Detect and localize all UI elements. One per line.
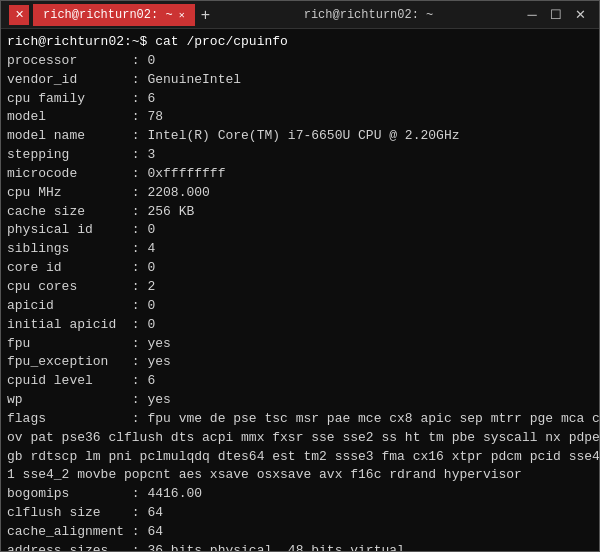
terminal-line: processor : 0 (7, 52, 593, 71)
active-tab[interactable]: rich@richturn02: ~ ✕ (33, 4, 195, 26)
terminal-line: cache_alignment : 64 (7, 523, 593, 542)
terminal-line: bogomips : 4416.00 (7, 485, 593, 504)
maximize-button[interactable]: ☐ (545, 5, 567, 25)
terminal-line: fpu_exception : yes (7, 353, 593, 372)
terminal-line: gb rdtscp lm pni pclmulqdq dtes64 est tm… (7, 448, 593, 467)
terminal-line: cache size : 256 KB (7, 203, 593, 222)
terminal-output[interactable]: rich@richturn02:~$ cat /proc/cpuinfoproc… (1, 29, 599, 551)
terminal-line: initial apicid : 0 (7, 316, 593, 335)
terminal-line: physical id : 0 (7, 221, 593, 240)
terminal-line: stepping : 3 (7, 146, 593, 165)
terminal-line: fpu : yes (7, 335, 593, 354)
terminal-line: core id : 0 (7, 259, 593, 278)
terminal-line: vendor_id : GenuineIntel (7, 71, 593, 90)
titlebar-buttons: ✕ (9, 5, 29, 25)
minimize-button[interactable]: ─ (521, 5, 543, 25)
tab-area: rich@richturn02: ~ ✕ + (33, 4, 216, 26)
terminal-line: cpu cores : 2 (7, 278, 593, 297)
terminal-line: cpu family : 6 (7, 90, 593, 109)
terminal-line: ov pat pse36 clflush dts acpi mmx fxsr s… (7, 429, 593, 448)
terminal-line: address sizes : 36 bits physical, 48 bit… (7, 542, 593, 551)
terminal-line: clflush size : 64 (7, 504, 593, 523)
terminal-line: model name : Intel(R) Core(TM) i7-6650U … (7, 127, 593, 146)
terminal-line: 1 sse4_2 movbe popcnt aes xsave osxsave … (7, 466, 593, 485)
window-controls: ─ ☐ ✕ (521, 5, 591, 25)
terminal-line: flags : fpu vme de pse tsc msr pae mce c… (7, 410, 593, 429)
window-title: rich@richturn02: ~ (216, 8, 521, 22)
terminal-line: wp : yes (7, 391, 593, 410)
terminal-line: apicid : 0 (7, 297, 593, 316)
tab-close-icon[interactable]: ✕ (179, 9, 185, 21)
close-window-button[interactable]: ✕ (569, 5, 591, 25)
close-tab-button[interactable]: ✕ (9, 5, 29, 25)
terminal-line: model : 78 (7, 108, 593, 127)
terminal-line: microcode : 0xffffffff (7, 165, 593, 184)
new-tab-button[interactable]: + (195, 6, 216, 24)
terminal-line: cpuid level : 6 (7, 372, 593, 391)
terminal-window: ✕ rich@richturn02: ~ ✕ + rich@richturn02… (0, 0, 600, 552)
titlebar: ✕ rich@richturn02: ~ ✕ + rich@richturn02… (1, 1, 599, 29)
terminal-line: cpu MHz : 2208.000 (7, 184, 593, 203)
terminal-line: rich@richturn02:~$ cat /proc/cpuinfo (7, 33, 593, 52)
tab-label: rich@richturn02: ~ (43, 8, 173, 22)
terminal-line: siblings : 4 (7, 240, 593, 259)
